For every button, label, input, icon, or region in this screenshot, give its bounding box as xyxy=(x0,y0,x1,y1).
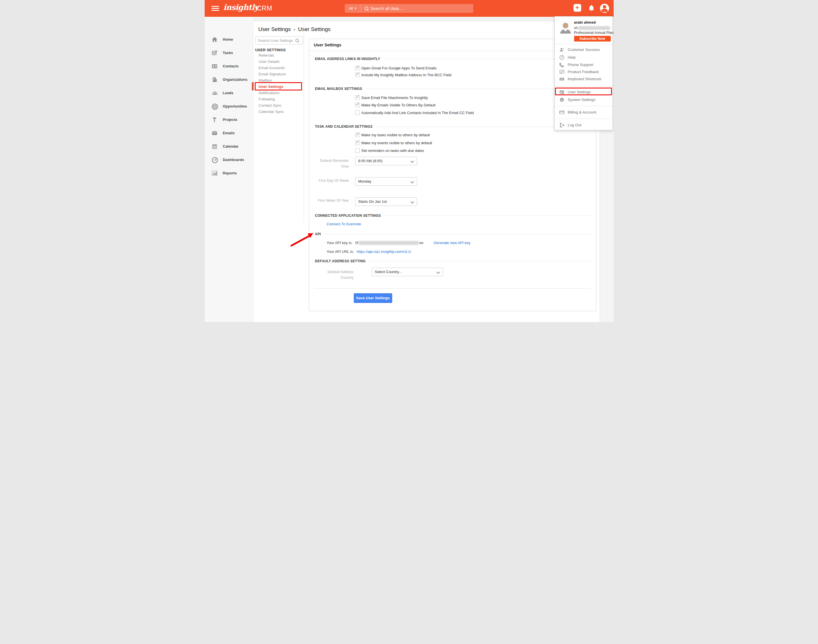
customer-success-icon xyxy=(559,47,564,52)
save-user-settings-button[interactable]: Save User Settings xyxy=(354,293,392,303)
checkbox-events-visible[interactable] xyxy=(355,141,360,145)
sidebar-item-dashboards[interactable]: Dashboards xyxy=(204,153,253,166)
settings-nav-referrals[interactable]: Referrals xyxy=(259,53,274,58)
sidebar-item-leads[interactable]: Leads xyxy=(204,86,253,100)
checkbox-label: Automatically Add And Link Contacts Incl… xyxy=(361,110,474,115)
checkbox-auto-link-cc[interactable] xyxy=(355,110,360,115)
user-name: arabi ahmed xyxy=(574,20,596,25)
sidebar-item-reports[interactable]: Reports xyxy=(204,167,253,180)
insightly-logo: insightly xyxy=(223,3,258,12)
svg-text:?: ? xyxy=(561,56,563,59)
search-icon xyxy=(295,39,299,42)
search-scope-dropdown[interactable]: All xyxy=(345,4,361,13)
tasks-icon xyxy=(211,50,218,57)
menu-item-system-settings[interactable]: System Settings xyxy=(555,96,612,104)
menu-item-billing-account[interactable]: Billing & Account xyxy=(555,109,612,116)
menu-item-help[interactable]: ? Help xyxy=(555,54,612,61)
panel-bottom-divider xyxy=(314,288,592,288)
panel-title: User Settings xyxy=(314,39,341,51)
section-email-mailbox: EMAIL MAILBOX SETTINGS xyxy=(315,86,592,91)
section-connected-apps: CONNECTED APPLICATION SETTINGS xyxy=(315,213,592,218)
settings-nav-email-accounts[interactable]: Email Accounts xyxy=(259,66,285,71)
user-settings-panel: User Settings EMAIL ADDRESS LINKS IN INS… xyxy=(309,39,596,311)
quick-add-button[interactable]: + xyxy=(574,4,581,12)
first-day-select[interactable]: Monday xyxy=(355,177,417,186)
section-email-links: EMAIL ADDRESS LINKS IN INSIGHTLY xyxy=(315,57,592,61)
checkbox-save-attachments[interactable] xyxy=(355,95,360,100)
reports-icon xyxy=(211,170,218,177)
opportunities-icon xyxy=(211,103,218,110)
keyboard-icon xyxy=(559,77,564,82)
calendar-icon xyxy=(211,143,218,150)
hamburger-menu-icon[interactable] xyxy=(211,6,219,11)
global-search-bar[interactable]: All Search all data.... xyxy=(345,4,473,13)
checkbox-open-gmail[interactable] xyxy=(355,66,360,70)
first-week-select[interactable]: Starts On Jan 1st xyxy=(355,198,417,206)
leads-icon xyxy=(211,90,218,97)
checkbox-bcc-field[interactable] xyxy=(355,72,360,77)
checkbox-set-reminders[interactable] xyxy=(355,148,360,153)
sidebar-item-emails[interactable]: Emails xyxy=(204,127,253,140)
notifications-bell-icon[interactable] xyxy=(588,5,595,13)
menu-item-phone-support[interactable]: Phone Support xyxy=(555,61,612,69)
settings-nav-email-signature[interactable]: Email Signature xyxy=(259,72,286,77)
checkbox-emails-visible[interactable] xyxy=(355,103,360,107)
settings-nav-contact-sync[interactable]: Contact Sync xyxy=(259,103,281,108)
sidebar-item-projects[interactable]: Projects xyxy=(204,113,253,126)
section-default-address: DEFAULT ADDRESS SETTING xyxy=(315,259,592,264)
checkbox-tasks-visible[interactable] xyxy=(355,133,360,137)
sidebar-item-tasks[interactable]: Tasks xyxy=(204,46,253,60)
breadcrumb-level1[interactable]: User Settings xyxy=(258,26,291,32)
emails-icon xyxy=(211,130,218,137)
menu-item-log-out[interactable]: Log Out xyxy=(555,121,612,129)
checkbox-label: Include My Insightly Mailbox Address In … xyxy=(361,73,451,77)
field-label-first-day: First Day Of Week xyxy=(315,178,349,184)
gear-icon xyxy=(559,97,564,103)
api-key-row: Your API key is: 0f ee Generate new API … xyxy=(327,241,471,245)
sidebar-item-home[interactable]: Home xyxy=(204,33,253,46)
user-dropdown-menu: arabi ahmed ah Professional Annual Plan … xyxy=(554,16,613,130)
menu-item-customer-success[interactable]: Customer Success xyxy=(555,46,612,54)
search-input[interactable]: Search all data.... xyxy=(371,6,404,11)
api-url-label: Your API URL is: xyxy=(327,250,354,254)
reminder-time-select[interactable]: 8:00 AM (8:00) xyxy=(355,157,417,165)
annotation-arrow xyxy=(290,235,310,247)
settings-nav-notifications[interactable]: Notifications xyxy=(259,91,280,96)
organizations-icon xyxy=(211,77,218,83)
annotation-box-nav-user-settings xyxy=(255,82,302,90)
breadcrumb-level2: User Settings xyxy=(298,26,331,32)
breadcrumb: User Settings›User Settings xyxy=(258,26,331,32)
sidebar-item-calendar[interactable]: Calendar xyxy=(204,140,253,153)
section-api: API xyxy=(315,232,592,236)
field-label-address-country: Default Address Country xyxy=(314,269,354,281)
search-icon xyxy=(364,6,368,10)
user-avatar xyxy=(559,21,572,34)
menu-item-keyboard-shortcuts[interactable]: Keyboard Shortcuts xyxy=(555,75,612,83)
subscribe-now-button[interactable]: Subscribe Now xyxy=(574,36,611,41)
sidebar-item-contacts[interactable]: Contacts xyxy=(204,60,253,73)
api-url-link[interactable]: https://api.na1.insightly.com/v3.1/ xyxy=(357,250,411,254)
api-url-row: Your API URL is: https://api.na1.insight… xyxy=(327,250,411,254)
settings-nav-calendar-sync[interactable]: Calendar Sync xyxy=(259,109,284,115)
generate-api-key-link[interactable]: Generate new API key xyxy=(434,241,470,245)
chevron-down-icon xyxy=(354,8,357,9)
main-sidebar: Home Tasks Contacts Organizations Leads … xyxy=(204,17,253,322)
user-avatar-button[interactable] xyxy=(600,4,609,13)
settings-nav-user-details[interactable]: User Details xyxy=(259,60,280,64)
api-key-label: Your API key is: xyxy=(327,241,353,245)
checkbox-label: Make my tasks visible to others by defau… xyxy=(361,133,430,137)
annotation-box-menu-user-settings xyxy=(555,87,612,95)
connect-evernote-link[interactable]: Connect To Evernote xyxy=(327,222,361,226)
settings-nav-title: USER SETTINGS xyxy=(255,48,286,52)
sidebar-item-organizations[interactable]: Organizations xyxy=(204,73,253,86)
country-select[interactable]: Select Country... xyxy=(372,268,443,276)
checkbox-label: Make my events visible to others by defa… xyxy=(361,141,432,145)
settings-nav-following[interactable]: Following xyxy=(259,97,275,102)
checkbox-label: Set reminders on tasks with due dates xyxy=(361,149,424,153)
menu-item-product-feedback[interactable]: Product Feedback xyxy=(555,68,612,76)
sidebar-item-opportunities[interactable]: Opportunities xyxy=(204,100,253,113)
settings-search-input[interactable]: Search User Settings xyxy=(255,37,303,44)
field-label-first-week: First Week Of Year xyxy=(315,198,349,203)
help-icon: ? xyxy=(559,55,564,60)
logout-icon xyxy=(559,123,564,128)
